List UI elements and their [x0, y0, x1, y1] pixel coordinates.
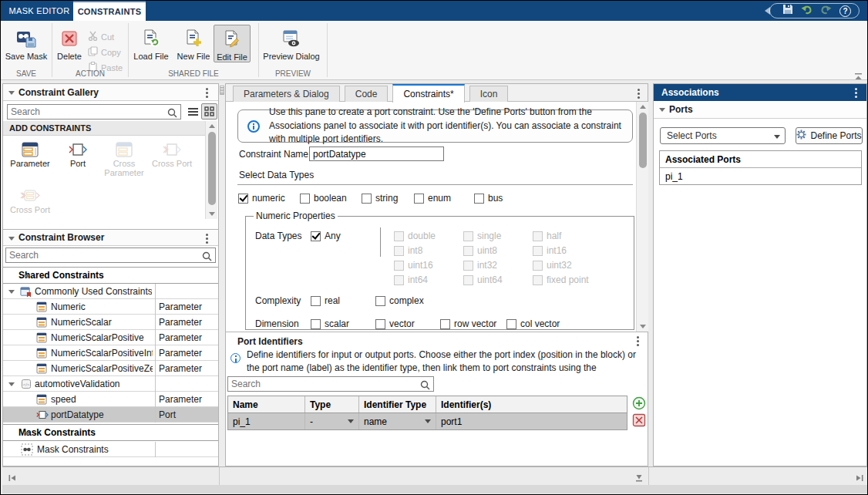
checkbox-unchecked[interactable] [414, 194, 424, 204]
gallery-item-parameter[interactable]: Parameter [8, 140, 52, 168]
ports-section-header[interactable]: Ports [654, 101, 866, 119]
select-ports-dropdown[interactable]: Select Ports [660, 127, 786, 144]
kebab-menu-icon[interactable] [638, 89, 640, 91]
checkbox-unchecked[interactable] [375, 296, 385, 306]
tree-row-numeric[interactable]: Numeric Parameter [3, 299, 218, 315]
checkbox-numeric[interactable]: numeric [238, 193, 285, 204]
collapse-group-icon[interactable] [24, 432, 30, 436]
panel-title: Constraint Browser [19, 232, 104, 243]
checkbox-unchecked[interactable] [474, 194, 484, 204]
collapse-bottom-panel-icon[interactable] [634, 472, 644, 486]
save-mask-button[interactable]: Save Mask [4, 25, 49, 61]
checkbox-unchecked[interactable] [506, 319, 516, 329]
collapse-node-icon[interactable] [8, 382, 15, 386]
add-row-button[interactable] [632, 396, 646, 410]
table-row[interactable]: pi_1 - name port1 [228, 413, 627, 429]
checkbox-any[interactable]: Any [311, 231, 341, 241]
checkbox-complex[interactable]: complex [375, 295, 424, 306]
scroll-up-icon[interactable] [640, 105, 646, 109]
cell-identifier-type-dropdown[interactable]: name [359, 413, 436, 429]
checkbox-col-vector[interactable]: col vector [506, 318, 560, 329]
tree-row-speed[interactable]: speed Parameter [3, 392, 218, 407]
port-identifiers-search-input[interactable] [231, 377, 405, 391]
tree-row-automotivevalidation[interactable]: </> automotiveValidation [3, 376, 218, 392]
checkbox-enum[interactable]: enum [414, 193, 451, 204]
kebab-menu-icon[interactable] [855, 88, 857, 90]
collapse-right-panel-icon[interactable] [855, 472, 864, 486]
tree-row-numericscalarpositivezero[interactable]: NumericScalarPositiveZero Parameter [3, 361, 218, 376]
help-icon[interactable]: ? [839, 5, 851, 17]
browser-search-input[interactable] [9, 248, 187, 262]
checkbox-unchecked[interactable] [311, 319, 321, 329]
editor-scrollbar[interactable] [636, 102, 648, 332]
gallery-scrollbar[interactable] [205, 121, 217, 219]
preview-dialog-button[interactable]: Preview Dialog [259, 25, 324, 61]
checkbox-scalar[interactable]: scalar [311, 318, 349, 329]
kebab-menu-icon[interactable] [206, 88, 208, 90]
delete-row-button[interactable] [632, 413, 646, 427]
gallery-item-port[interactable]: Port [56, 140, 100, 168]
tab-icon[interactable]: Icon [469, 86, 509, 102]
cell-type-dropdown[interactable]: - [305, 413, 359, 429]
delete-button[interactable]: Delete [52, 25, 86, 61]
collapse-section-icon[interactable] [8, 91, 15, 95]
checkbox-bus[interactable]: bus [474, 193, 503, 204]
tree-row-portdatatype-selected[interactable]: portDatatype Port [3, 407, 218, 423]
kebab-menu-icon[interactable] [206, 234, 208, 236]
checkbox-checked[interactable] [311, 231, 321, 241]
kebab-menu-icon[interactable] [637, 336, 639, 338]
tab-constraints-active[interactable]: Constraints* [392, 84, 464, 103]
shared-constraints-header[interactable]: Shared Constraints [3, 267, 218, 284]
constraint-name-input[interactable] [309, 146, 444, 161]
checkbox-unchecked[interactable] [300, 194, 310, 204]
gallery-search-input[interactable] [11, 105, 157, 119]
tree-row-mask-constraints[interactable]: Mask Constraints [3, 442, 218, 457]
checkbox-unchecked[interactable] [375, 319, 385, 329]
edit-file-button[interactable]: Edit File [214, 25, 251, 62]
checkbox-real[interactable]: real [311, 295, 340, 306]
collapse-section-icon[interactable] [659, 108, 665, 112]
scroll-up-icon[interactable] [209, 124, 215, 128]
define-ports-button[interactable]: Define Ports [796, 127, 863, 144]
cell-identifiers[interactable]: port1 [436, 413, 627, 429]
tree-row-numericscalarpositive[interactable]: NumericScalarPositive Parameter [3, 330, 218, 345]
tree-row-commonly-used[interactable]: Commonly Used Constraints (R... [3, 284, 218, 299]
tab-mask-editor[interactable]: MASK EDITOR [7, 1, 72, 21]
cell-name[interactable]: pi_1 [228, 413, 305, 429]
panel-title: Constraint Gallery [19, 87, 99, 98]
checkbox-string[interactable]: string [362, 193, 398, 204]
collapse-node-icon[interactable] [8, 290, 15, 294]
tree-row-numericscalar[interactable]: NumericScalar Parameter [3, 315, 218, 330]
scrollbar-thumb[interactable] [208, 132, 216, 205]
list-view-button[interactable] [185, 104, 200, 120]
checkbox-checked[interactable] [238, 194, 248, 204]
tab-constraints[interactable]: CONSTRAINTS [73, 1, 146, 21]
checkbox-row-vector[interactable]: row vector [440, 318, 496, 329]
save-icon[interactable] [782, 4, 793, 18]
splitter-grip-icon[interactable] [220, 86, 224, 95]
scroll-down-icon[interactable] [640, 325, 646, 328]
new-file-button[interactable]: New File [173, 25, 214, 61]
bottom-collapse-bar [2, 466, 867, 485]
mask-constraints-header[interactable]: Mask Constraints [3, 424, 218, 441]
checkbox-unchecked[interactable] [311, 296, 321, 306]
panel-splitter[interactable] [219, 83, 225, 466]
scrollbar-thumb[interactable] [639, 113, 647, 168]
tab-parameters-dialog[interactable]: Parameters & Dialog [233, 86, 340, 102]
tree-row-numericscalarpositiveinteger[interactable]: NumericScalarPositiveInteger Parameter [3, 345, 218, 361]
load-file-button[interactable]: Load File [129, 25, 173, 61]
redo-icon[interactable] [820, 4, 832, 18]
collapse-section-icon[interactable] [8, 237, 15, 241]
checkbox-vector[interactable]: vector [375, 318, 415, 329]
tab-code[interactable]: Code [345, 86, 389, 102]
scroll-down-icon[interactable] [209, 212, 215, 216]
associated-port-row[interactable]: pi_1 [660, 168, 861, 184]
checkbox-unchecked[interactable] [362, 194, 372, 204]
grid-view-button[interactable] [201, 103, 217, 120]
checkbox-boolean[interactable]: boolean [300, 193, 347, 204]
collapse-left-panel-icon[interactable] [8, 472, 17, 486]
chevron-left-icon[interactable] [765, 7, 770, 15]
collapse-group-icon[interactable] [24, 274, 30, 278]
undo-icon[interactable] [801, 4, 812, 18]
checkbox-unchecked[interactable] [440, 319, 450, 329]
